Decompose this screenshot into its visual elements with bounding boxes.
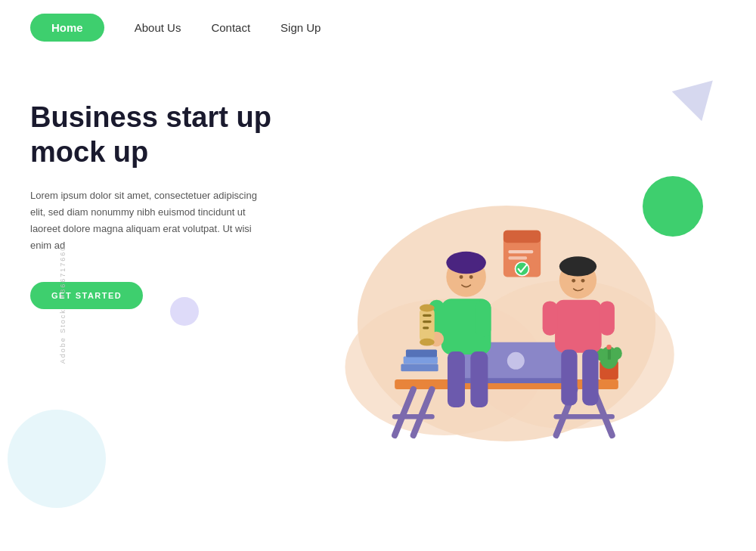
navigation: Home About Us Contact Sign Up (0, 0, 756, 55)
svg-rect-11 (404, 357, 438, 364)
hero-section: Business start upmock up Lorem ipsum dol… (0, 55, 756, 551)
svg-point-42 (460, 275, 463, 279)
nav-about-link[interactable]: About Us (135, 21, 181, 34)
hero-illustration (318, 70, 726, 551)
svg-rect-48 (600, 301, 615, 335)
svg-rect-10 (401, 364, 438, 371)
svg-rect-37 (423, 314, 432, 317)
svg-rect-24 (508, 250, 533, 253)
svg-point-51 (572, 279, 575, 283)
svg-point-35 (420, 305, 435, 312)
svg-point-45 (559, 256, 596, 276)
svg-point-20 (612, 347, 622, 359)
svg-point-43 (469, 275, 473, 279)
hero-description: Lorem ipsum dolor sit amet, consectetuer… (30, 187, 257, 254)
svg-rect-25 (508, 256, 527, 259)
svg-rect-23 (503, 231, 541, 243)
decorative-circle-purple (170, 297, 199, 326)
get-started-button[interactable]: GET STARTED (30, 282, 143, 309)
main-illustration (333, 78, 680, 538)
svg-point-14 (507, 352, 525, 370)
svg-point-36 (420, 339, 435, 346)
adobe-watermark: Adobe Stock #366717660 (59, 245, 67, 364)
svg-rect-41 (470, 351, 488, 407)
nav-contact-link[interactable]: Contact (211, 21, 250, 34)
nav-home-button[interactable]: Home (30, 14, 104, 42)
svg-rect-46 (555, 300, 602, 353)
svg-rect-50 (582, 350, 598, 406)
svg-point-21 (606, 345, 612, 350)
hero-title: Business start upmock up (30, 101, 318, 169)
nav-signup-link[interactable]: Sign Up (280, 21, 321, 34)
svg-rect-49 (561, 350, 577, 406)
svg-point-52 (581, 279, 585, 283)
svg-rect-47 (543, 301, 558, 335)
svg-rect-34 (420, 308, 435, 342)
svg-rect-40 (448, 351, 465, 407)
svg-rect-32 (476, 300, 491, 337)
svg-point-29 (446, 252, 486, 274)
svg-rect-12 (406, 350, 437, 358)
hero-left-content: Business start upmock up Lorem ipsum dol… (30, 70, 318, 551)
svg-rect-39 (423, 327, 429, 329)
svg-rect-38 (423, 320, 432, 323)
decorative-circle-blue (8, 410, 106, 508)
